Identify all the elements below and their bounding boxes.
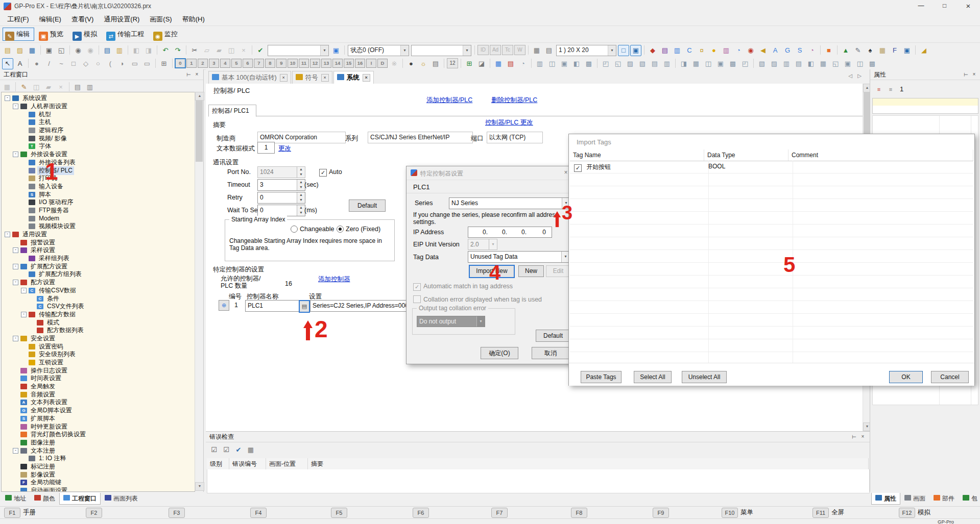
part-id-combo[interactable]: ▾	[268, 45, 329, 56]
security-key-icon[interactable]: ¤	[696, 45, 707, 56]
tree-item[interactable]: FTP服务器	[2, 207, 195, 215]
part-icon-18[interactable]: ▧	[756, 58, 768, 69]
tree-item-label[interactable]: 音频设置	[29, 390, 57, 399]
mode-button-预览[interactable]: ▣预览	[36, 28, 68, 41]
part-icon-17[interactable]: ◰	[739, 58, 751, 69]
tree-item[interactable]: I/O 驱动程序	[2, 198, 195, 207]
paste-tags-button[interactable]: Paste Tags	[581, 371, 622, 383]
rect-tool-icon[interactable]: □	[68, 58, 79, 69]
part-icon-9[interactable]: ▧	[637, 58, 648, 69]
menu-item[interactable]: 通用设置(R)	[99, 13, 145, 26]
capture-icon[interactable]: ◉	[73, 45, 84, 56]
image-register-icon[interactable]: ▲	[840, 45, 851, 56]
screen-number-button-16[interactable]: 16	[355, 59, 365, 68]
spinner-icon[interactable]: ▲▼	[297, 167, 305, 178]
mode-button-监控[interactable]: ◉监控	[151, 28, 182, 41]
tree-item-label[interactable]: 字体	[37, 142, 53, 151]
tree-item[interactable]: 时钟更新设置	[2, 422, 195, 431]
close-panel-icon[interactable]: ×	[193, 71, 201, 78]
fkey-cap-F8[interactable]: F8	[571, 508, 587, 518]
tree-item[interactable]: -系统设置	[2, 94, 195, 103]
lamp-part-icon[interactable]: ●	[405, 58, 417, 69]
grid-table-icon[interactable]: ⊞	[158, 58, 170, 69]
open-project-icon[interactable]: ▨	[14, 45, 26, 56]
tree-item-label[interactable]: 脚本	[37, 190, 53, 199]
tree-item[interactable]: 1: IO 注释	[2, 455, 195, 463]
part-icon-3[interactable]: ▣	[559, 58, 570, 69]
errlist-run-icon[interactable]: ✔	[233, 444, 244, 456]
screen-number-button-12[interactable]: 12	[310, 59, 320, 68]
wireframe-button[interactable]: W	[514, 45, 525, 55]
text-display-button[interactable]: Tc	[502, 45, 513, 55]
grid-size-combo[interactable]: 1 ) 20 X 20▾	[556, 45, 616, 56]
global-fkey-icon[interactable]: F	[889, 45, 900, 56]
tree-item-label[interactable]: 传输配方数据	[37, 310, 77, 319]
mark-register-icon[interactable]: ♠	[865, 45, 876, 56]
tree-item[interactable]: -文本注册	[2, 446, 195, 455]
tree-item[interactable]: 启动画面设置	[2, 487, 195, 492]
scale-tool-icon[interactable]: ▭	[129, 58, 140, 69]
screen-number-button-4[interactable]: 4	[220, 59, 230, 68]
tree-item[interactable]: 全局触发	[2, 383, 195, 391]
panel-delete-icon[interactable]: ×	[55, 82, 66, 93]
save-screen-icon[interactable]: ▥	[114, 45, 125, 56]
fkey-cap-F1[interactable]: F1	[4, 508, 20, 518]
panel-copy-icon[interactable]: ◫	[31, 82, 42, 93]
tree-item[interactable]: C条件	[2, 294, 195, 303]
spinner-icon[interactable]: ▲▼	[297, 180, 305, 190]
ip-octet[interactable]: 0.	[507, 227, 527, 237]
interlock-icon[interactable]: ●	[708, 45, 720, 56]
tree-item-label[interactable]: I/O 驱动程序	[37, 198, 75, 207]
state-combo[interactable]: 状态0 (OFF)▾	[348, 45, 409, 56]
print-preview-icon[interactable]: ◱	[56, 45, 67, 56]
text-list-icon[interactable]: A	[770, 45, 781, 56]
tree-item-label[interactable]: FTP服务器	[37, 206, 70, 215]
tree-item[interactable]: -安全设置	[2, 335, 195, 343]
bar-chart-part-icon[interactable]: ▦	[493, 58, 504, 69]
errlist-check1-icon[interactable]: ☑	[208, 444, 220, 456]
plc-row-device-button[interactable]: ⊕	[219, 300, 229, 311]
part-icon-7[interactable]: ◱	[612, 58, 624, 69]
part-icon-15[interactable]: ▣	[715, 58, 726, 69]
panel-tab-部件[interactable]: 部件	[929, 493, 959, 505]
plc-change-link[interactable]: 控制器/PLC 更改	[485, 118, 533, 127]
tree-item-label[interactable]: 时间表设置	[29, 374, 63, 383]
text-tool-icon[interactable]: A	[14, 58, 26, 69]
tree-item[interactable]: -扩展配方设置	[2, 262, 195, 270]
tree-expander-icon[interactable]: -	[21, 288, 27, 293]
document-tab-基本 100(自动运转)[interactable]: 基本 100(自动运转)×	[208, 71, 291, 84]
series-combo[interactable]: NJ Series ▾	[449, 197, 570, 209]
scroll-down-icon[interactable]: ▼	[195, 482, 204, 491]
part-icon-6[interactable]: ◰	[600, 58, 611, 69]
tree-item[interactable]: -人机界面设置	[2, 103, 195, 111]
ip-octet[interactable]: 0.	[488, 227, 507, 237]
sound-icon[interactable]: ◀	[757, 45, 769, 56]
polyline-tool-icon[interactable]: ~	[56, 58, 67, 69]
text-mode-change-link[interactable]: 更改	[278, 144, 291, 153]
screen-number-button-14[interactable]: 14	[332, 59, 343, 68]
document-tab-符号[interactable]: 符号×	[292, 71, 332, 84]
text-table-icon[interactable]: ▭	[141, 58, 153, 69]
tag-name-cell[interactable]: ✓ 开始按钮	[570, 161, 709, 173]
tree-item-label[interactable]: 安全级别列表	[37, 350, 77, 359]
panel-tab-地址[interactable]: 地址	[1, 493, 30, 505]
screen-number-button-D[interactable]: D	[377, 59, 388, 68]
error-check-icon[interactable]: ✔	[255, 45, 266, 56]
part-icon-26[interactable]: ◫	[854, 58, 866, 69]
tree-item-label[interactable]: 条件	[45, 294, 61, 303]
close-tab-icon[interactable]: ×	[280, 74, 288, 82]
schedule-icon[interactable]: ◔	[733, 45, 744, 56]
tree-expander-icon[interactable]: -	[5, 95, 10, 101]
select-cursor-icon[interactable]: ↖	[2, 58, 13, 69]
tree-item[interactable]: -传输配方数据	[2, 311, 195, 319]
retry-field[interactable]: 0 ▲▼	[257, 192, 305, 204]
tree-item[interactable]: -配方设置	[2, 279, 195, 287]
fkey-cap-F9[interactable]: F9	[653, 508, 669, 518]
tree-item[interactable]: 打印机	[2, 174, 195, 183]
tree-item-label[interactable]: 逻辑程序	[37, 126, 65, 135]
screen-number-button-1[interactable]: 1	[186, 59, 197, 68]
ip-octet[interactable]: 0	[527, 227, 546, 237]
tree-item[interactable]: 采样组列表	[2, 255, 195, 263]
screen-number-button-0[interactable]: 0	[175, 58, 186, 68]
tree-item[interactable]: CCSV文件列表	[2, 303, 195, 311]
